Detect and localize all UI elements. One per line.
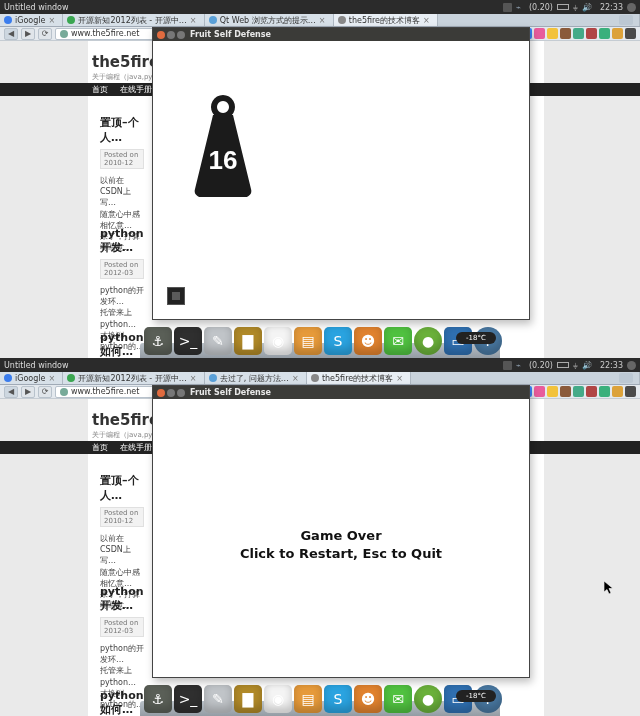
dock-chrome-icon[interactable]: ◉ xyxy=(264,685,292,713)
dock-editor-icon[interactable]: ✎ xyxy=(204,327,232,355)
post-title[interactable]: python开发… xyxy=(100,227,144,255)
dock-terminal-icon[interactable]: >_ xyxy=(174,327,202,355)
weather-badge[interactable]: -18°C xyxy=(456,690,496,702)
dock-chrome-icon[interactable]: ◉ xyxy=(264,327,292,355)
dock-wechat-icon[interactable]: ✉ xyxy=(384,327,412,355)
post-title[interactable]: 置顶–个人… xyxy=(100,473,144,503)
weather-badge[interactable]: -18°C xyxy=(456,332,496,344)
ext-icon[interactable] xyxy=(534,28,545,39)
game-window[interactable]: Fruit Self Defense Game Over Click to Re… xyxy=(152,385,530,678)
browser-tab[interactable]: the5fire的技术博客× xyxy=(307,372,411,384)
tab-close-icon[interactable]: × xyxy=(423,16,431,24)
browser-tab[interactable]: Qt Web 浏览方式的提示…× xyxy=(205,14,334,26)
bluetooth-icon[interactable]: ⌁ xyxy=(516,361,525,370)
ext-icon[interactable] xyxy=(547,386,558,397)
newtab-button[interactable] xyxy=(619,15,633,25)
dock-chat-icon[interactable]: ☻ xyxy=(354,327,382,355)
ext-icon[interactable] xyxy=(599,28,610,39)
tab-close-icon[interactable]: × xyxy=(190,16,198,24)
window-min-icon[interactable] xyxy=(167,389,175,397)
bluetooth-icon[interactable]: ⌁ xyxy=(516,3,525,12)
window-max-icon[interactable] xyxy=(177,389,185,397)
window-close-icon[interactable] xyxy=(157,389,165,397)
ext-icon[interactable] xyxy=(534,386,545,397)
window-min-icon[interactable] xyxy=(167,31,175,39)
ext-icon[interactable] xyxy=(599,386,610,397)
browser-tab[interactable]: 开源新知2012列表 - 开源中…× xyxy=(63,372,204,384)
favicon-icon xyxy=(209,16,217,24)
ext-icon[interactable] xyxy=(586,28,597,39)
browser-tab[interactable]: 去过了, 问题方法…× xyxy=(205,372,307,384)
tab-close-icon[interactable]: × xyxy=(190,374,198,382)
mail-icon[interactable] xyxy=(503,3,512,12)
post-title[interactable]: python如何… xyxy=(100,331,144,359)
dock-editor-icon[interactable]: ✎ xyxy=(204,685,232,713)
browser-tab[interactable]: iGoogle× xyxy=(0,372,63,384)
nav-link[interactable]: 首页 xyxy=(92,84,108,95)
dock: django (1) ⚓ >_ ✎ ▇ ◉ ▤ S ☻ ✉ ● ▭ ? -18°… xyxy=(140,676,500,716)
nav-link[interactable]: 首页 xyxy=(92,442,108,453)
dock-terminal-icon[interactable]: >_ xyxy=(174,685,202,713)
tab-close-icon[interactable]: × xyxy=(292,374,300,382)
ext-icon[interactable] xyxy=(612,386,623,397)
tab-close-icon[interactable]: × xyxy=(48,374,56,382)
post-title[interactable]: 置顶–个人… xyxy=(100,115,144,145)
ext-icon[interactable] xyxy=(560,386,571,397)
ext-icon[interactable] xyxy=(612,28,623,39)
dock-files-icon[interactable]: ▤ xyxy=(294,327,322,355)
browser-tab[interactable]: 开源新知2012列表 - 开源中…× xyxy=(63,14,204,26)
back-button[interactable]: ◀ xyxy=(4,28,18,40)
window-max-icon[interactable] xyxy=(177,31,185,39)
tab-close-icon[interactable]: × xyxy=(319,16,327,24)
volume-icon[interactable]: 🔊 xyxy=(582,361,592,370)
wrench-icon[interactable] xyxy=(625,28,636,39)
game-canvas[interactable]: Game Over Click to Restart, Esc to Quit xyxy=(153,399,529,677)
dock-book-icon[interactable]: ▇ xyxy=(234,685,262,713)
nav-link[interactable]: 在线手册 xyxy=(120,442,152,453)
browser-tab[interactable]: the5fire的技术博客× xyxy=(334,14,438,26)
battery-icon[interactable] xyxy=(557,4,569,10)
wifi-icon[interactable]: ⏚ xyxy=(573,3,578,12)
ext-icon[interactable] xyxy=(560,28,571,39)
back-button[interactable]: ◀ xyxy=(4,386,18,398)
volume-icon[interactable]: 🔊 xyxy=(582,3,592,12)
post-title[interactable]: python如何… xyxy=(100,689,144,716)
newtab-button[interactable] xyxy=(619,373,633,383)
user-icon[interactable] xyxy=(627,3,636,12)
dock-skype-icon[interactable]: S xyxy=(324,685,352,713)
game-canvas[interactable]: 16 xyxy=(153,41,529,319)
post-title[interactable]: python开发… xyxy=(100,585,144,613)
tab-close-icon[interactable]: × xyxy=(48,16,56,24)
dock-chat-icon[interactable]: ☻ xyxy=(354,685,382,713)
clock[interactable]: 22:33 xyxy=(600,3,623,12)
forward-button[interactable]: ▶ xyxy=(21,28,35,40)
mail-icon[interactable] xyxy=(503,361,512,370)
browser-tab[interactable]: iGoogle× xyxy=(0,14,63,26)
clock[interactable]: 22:33 xyxy=(600,361,623,370)
window-close-icon[interactable] xyxy=(157,31,165,39)
dock-wechat-icon[interactable]: ✉ xyxy=(384,685,412,713)
dock-skype-icon[interactable]: S xyxy=(324,327,352,355)
dock-orb-icon[interactable]: ● xyxy=(414,327,442,355)
ext-icon[interactable] xyxy=(573,386,584,397)
dock-anchor-icon[interactable]: ⚓ xyxy=(144,327,172,355)
wrench-icon[interactable] xyxy=(625,386,636,397)
reload-button[interactable]: ⟳ xyxy=(38,386,52,398)
ext-icon[interactable] xyxy=(573,28,584,39)
nav-link[interactable]: 在线手册 xyxy=(120,84,152,95)
dock-files-icon[interactable]: ▤ xyxy=(294,685,322,713)
forward-button[interactable]: ▶ xyxy=(21,386,35,398)
wifi-icon[interactable]: ⏚ xyxy=(573,361,578,370)
ext-icon[interactable] xyxy=(547,28,558,39)
tab-close-icon[interactable]: × xyxy=(396,374,404,382)
dock-book-icon[interactable]: ▇ xyxy=(234,327,262,355)
ext-icon[interactable] xyxy=(586,386,597,397)
game-titlebar[interactable]: Fruit Self Defense xyxy=(153,386,529,399)
game-window[interactable]: Fruit Self Defense 16 xyxy=(152,27,530,320)
dock-anchor-icon[interactable]: ⚓ xyxy=(144,685,172,713)
dock-orb-icon[interactable]: ● xyxy=(414,685,442,713)
game-titlebar[interactable]: Fruit Self Defense xyxy=(153,28,529,41)
battery-icon[interactable] xyxy=(557,362,569,368)
user-icon[interactable] xyxy=(627,361,636,370)
reload-button[interactable]: ⟳ xyxy=(38,28,52,40)
